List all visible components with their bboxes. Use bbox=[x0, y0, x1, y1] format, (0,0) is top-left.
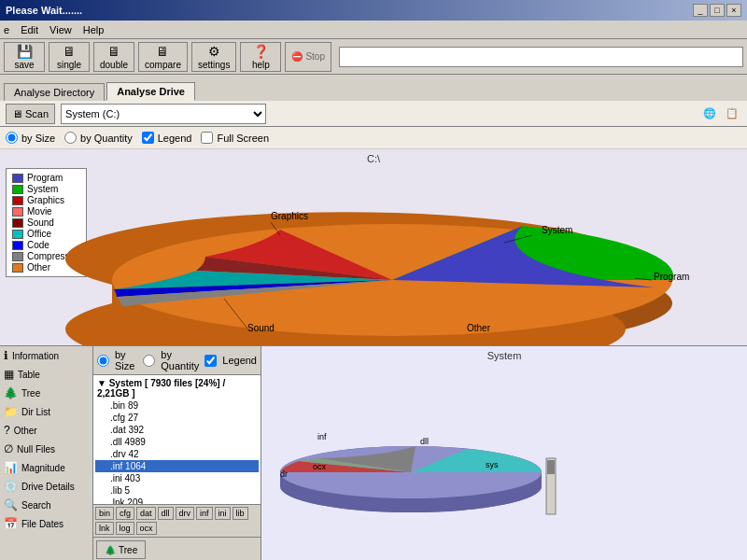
fullscreen-checkbox[interactable] bbox=[201, 132, 213, 144]
maximize-button[interactable]: □ bbox=[710, 4, 725, 17]
save-button[interactable]: 💾 save bbox=[4, 42, 45, 72]
file-icon-inf[interactable]: inf bbox=[196, 507, 213, 520]
legend-option[interactable]: Legend bbox=[142, 132, 192, 144]
menu-view[interactable]: View bbox=[49, 24, 72, 35]
label-other: Other bbox=[467, 323, 491, 333]
sidebar-item-drivedetails[interactable]: 💿 Drive Details bbox=[0, 477, 92, 496]
sidebar-item-information[interactable]: ℹ Information bbox=[0, 346, 92, 365]
file-icon-bin[interactable]: bin bbox=[95, 507, 114, 520]
window-controls: _ □ × bbox=[693, 4, 741, 17]
sidebar-item-filedates[interactable]: 📅 File Dates bbox=[0, 514, 92, 533]
legend-color-system bbox=[12, 185, 23, 194]
tree-item-ini[interactable]: .ini 403 bbox=[95, 472, 259, 484]
panel-legend-checkbox[interactable] bbox=[204, 355, 217, 367]
label-graphics: Graphics bbox=[271, 211, 308, 221]
tab-analyse-drive[interactable]: Analyse Drive bbox=[106, 82, 195, 101]
fullscreen-option[interactable]: Full Screen bbox=[201, 132, 269, 144]
file-icon-dat[interactable]: dat bbox=[136, 507, 156, 520]
legend-color-program bbox=[12, 174, 23, 183]
file-icon-ocx[interactable]: ocx bbox=[136, 522, 157, 535]
file-icon-lnk[interactable]: lnk bbox=[95, 522, 114, 535]
tree-button[interactable]: 🌲 Tree bbox=[96, 540, 146, 559]
tree-item-dat[interactable]: .dat 392 bbox=[95, 424, 259, 436]
tree-root[interactable]: ▼ System [ 7930 files [24%] / 2,21GB ] bbox=[95, 377, 259, 399]
panel-quantity-radio[interactable] bbox=[143, 355, 155, 367]
refresh-button[interactable]: 🌐 bbox=[700, 105, 719, 123]
tree-item-lib[interactable]: .lib 5 bbox=[95, 484, 259, 497]
drive-select[interactable]: System (C:) D: E: bbox=[61, 104, 266, 124]
sidebar-item-other[interactable]: ? Other bbox=[0, 421, 92, 440]
single-button[interactable]: 🖥 single bbox=[49, 42, 90, 72]
file-icon-drv[interactable]: drv bbox=[176, 507, 195, 520]
main-chart-area: C:\ Program System Graphics Movie Sound … bbox=[0, 149, 747, 345]
file-tree[interactable]: ▼ System [ 7930 files [24%] / 2,21GB ] .… bbox=[93, 375, 261, 504]
sidebar-item-search[interactable]: 🔍 Search bbox=[0, 496, 92, 514]
quantity-option[interactable]: by Quantity bbox=[64, 132, 133, 144]
mini-label-ocx: ocx bbox=[313, 462, 327, 471]
title-text: Please Wait....... bbox=[6, 5, 82, 16]
pie-chart-svg: System Program Sound Office Compressed G… bbox=[75, 159, 710, 336]
info-button[interactable]: 📋 bbox=[723, 105, 741, 123]
magnitude-icon: 📊 bbox=[4, 461, 18, 474]
file-icons-strip: bin cfg dat dll drv inf ini lib lnk log … bbox=[93, 504, 261, 537]
tree-item-bin[interactable]: .bin 89 bbox=[95, 399, 259, 412]
quantity-label: by Quantity bbox=[80, 133, 133, 144]
quantity-radio[interactable] bbox=[64, 132, 77, 144]
size-option[interactable]: by Size bbox=[6, 132, 55, 144]
legend-color-compressed bbox=[12, 252, 23, 261]
label-program: Program bbox=[654, 272, 689, 282]
table-icon: ▦ bbox=[4, 368, 14, 381]
mini-scrollbar-thumb[interactable] bbox=[547, 460, 555, 474]
main-bottom: ℹ Information ▦ Table 🌲 Tree 📁 Dir List … bbox=[0, 345, 747, 560]
legend-color-code bbox=[12, 241, 23, 250]
tree-item-inf[interactable]: .inf 1064 bbox=[95, 460, 259, 472]
compare-button[interactable]: 🖥 compare bbox=[138, 42, 188, 72]
label-sound: Sound bbox=[247, 323, 275, 333]
label-system: System bbox=[542, 225, 572, 235]
scan-button[interactable]: 🖥 Scan bbox=[6, 104, 55, 124]
stop-button[interactable]: ⛔ Stop bbox=[285, 42, 331, 72]
menu-edit[interactable]: Edit bbox=[21, 24, 38, 35]
search-icon: 🔍 bbox=[4, 498, 18, 511]
legend-color-sound bbox=[12, 218, 23, 228]
size-radio[interactable] bbox=[6, 132, 18, 144]
stop-icon: ⛔ bbox=[291, 51, 303, 62]
close-button[interactable]: × bbox=[726, 4, 741, 17]
mini-label-dr: dr bbox=[280, 469, 288, 479]
menu-file[interactable]: e bbox=[4, 24, 9, 35]
right-panel: System dll sys inf dr ocx bbox=[261, 346, 747, 560]
other-icon: ? bbox=[4, 424, 10, 437]
sidebar-item-nullfiles[interactable]: ∅ Null Files bbox=[0, 440, 92, 458]
file-icon-log[interactable]: log bbox=[116, 522, 134, 535]
mini-label-dll: dll bbox=[420, 437, 429, 446]
tree-item-drv[interactable]: .drv 42 bbox=[95, 448, 259, 460]
legend-checkbox[interactable] bbox=[142, 132, 154, 144]
panel-quantity-label: by Quantity bbox=[161, 349, 199, 371]
tree-icon: 🌲 bbox=[4, 386, 18, 399]
minimize-button[interactable]: _ bbox=[693, 4, 708, 17]
file-icon-dll[interactable]: dll bbox=[158, 507, 174, 520]
file-icon-cfg[interactable]: cfg bbox=[116, 507, 134, 520]
mini-label-sys: sys bbox=[486, 460, 499, 469]
panel-footer: 🌲 Tree bbox=[93, 537, 261, 560]
right-panel-title: System bbox=[261, 346, 747, 365]
file-icon-lib[interactable]: lib bbox=[233, 507, 248, 520]
sidebar-item-table[interactable]: ▦ Table bbox=[0, 365, 92, 384]
panel-size-radio[interactable] bbox=[97, 355, 109, 367]
sidebar-item-dirlist[interactable]: 📁 Dir List bbox=[0, 402, 92, 421]
file-icon-ini[interactable]: ini bbox=[215, 507, 231, 520]
information-icon: ℹ bbox=[4, 349, 8, 362]
double-button[interactable]: 🖥 double bbox=[93, 42, 134, 72]
tree-item-cfg[interactable]: .cfg 27 bbox=[95, 412, 259, 424]
menu-help[interactable]: Help bbox=[83, 24, 105, 35]
settings-button[interactable]: ⚙ settings bbox=[191, 42, 236, 72]
left-sidebar: ℹ Information ▦ Table 🌲 Tree 📁 Dir List … bbox=[0, 346, 93, 560]
help-button[interactable]: ❓ help bbox=[240, 42, 281, 72]
sidebar-item-tree[interactable]: 🌲 Tree bbox=[0, 384, 92, 402]
sidebar-item-magnitude[interactable]: 📊 Magnitude bbox=[0, 458, 92, 477]
fullscreen-label: Full Screen bbox=[217, 133, 269, 144]
tree-item-dll[interactable]: .dll 4989 bbox=[95, 436, 259, 448]
search-input[interactable] bbox=[339, 47, 743, 67]
tab-analyse-directory[interactable]: Analyse Directory bbox=[4, 83, 105, 101]
tree-item-lnk[interactable]: .lnk 209 bbox=[95, 497, 259, 504]
